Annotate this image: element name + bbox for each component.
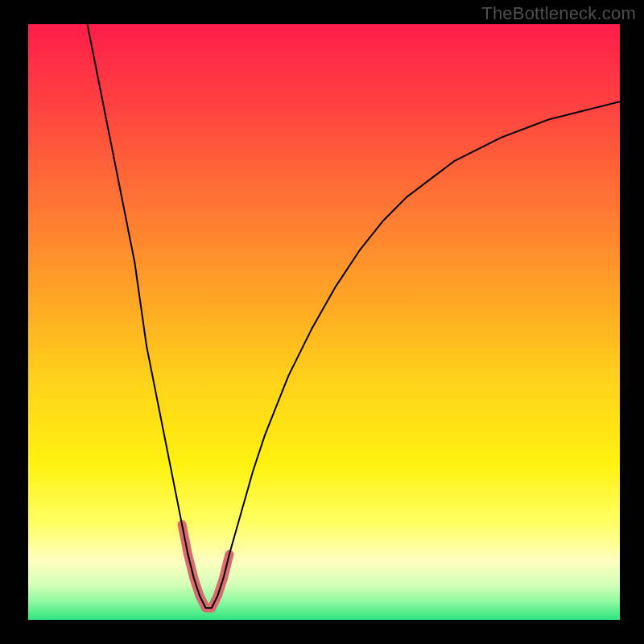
bottleneck-chart [0, 0, 644, 644]
gradient-background [28, 24, 620, 620]
chart-frame: TheBottleneck.com [0, 0, 644, 644]
watermark-text: TheBottleneck.com [481, 3, 636, 24]
